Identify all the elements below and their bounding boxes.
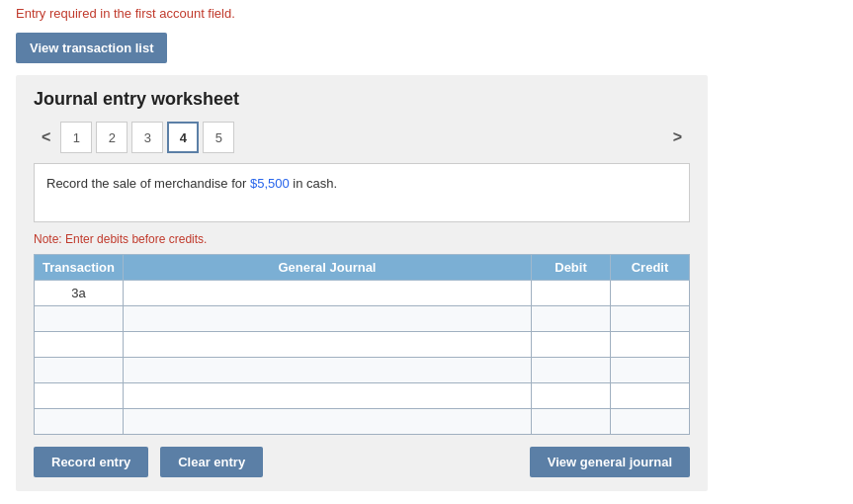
error-message: Entry required in the first account fiel… [0,0,853,25]
cell-journal[interactable] [124,383,532,409]
cell-transaction [35,332,124,358]
tab-nav-right[interactable]: > [665,125,690,150]
view-general-journal-button[interactable]: View general journal [530,447,690,477]
col-header-journal: General Journal [124,255,532,281]
tab-2[interactable]: 2 [96,122,128,153]
table-row [35,358,690,383]
credit-input[interactable] [611,410,689,434]
cell-debit[interactable] [532,383,611,409]
journal-input[interactable] [124,410,531,434]
journal-input[interactable] [124,333,531,357]
cell-journal[interactable] [124,409,532,435]
cell-debit[interactable] [532,409,611,435]
cell-credit[interactable] [611,281,690,306]
tab-4[interactable]: 4 [167,122,199,153]
cell-journal[interactable] [124,358,532,383]
cell-debit[interactable] [532,281,611,306]
cell-credit[interactable] [611,358,690,383]
cell-transaction [35,358,124,383]
tab-nav-left[interactable]: < [34,125,58,150]
col-header-credit: Credit [611,255,690,281]
cell-transaction [35,306,124,332]
view-transaction-button[interactable]: View transaction list [16,33,167,63]
tab-1[interactable]: 1 [60,122,92,153]
tabs-row: < 1 2 3 4 5 > [34,122,690,153]
cell-debit[interactable] [532,306,611,332]
cell-debit[interactable] [532,332,611,358]
worksheet-title: Journal entry worksheet [34,89,690,110]
tab-5[interactable]: 5 [203,122,234,153]
debit-input[interactable] [532,333,610,357]
cell-journal[interactable] [124,306,532,332]
debit-input[interactable] [532,410,610,434]
cell-journal[interactable] [124,281,532,306]
table-row [35,306,690,332]
description-text-part2: in cash. [290,176,337,191]
description-text-part1: Record the sale of merchandise for [46,176,250,191]
table-row [35,383,690,409]
credit-input[interactable] [611,307,689,331]
cell-transaction [35,383,124,409]
description-highlight: $5,500 [250,176,290,191]
cell-debit[interactable] [532,358,611,383]
description-box: Record the sale of merchandise for $5,50… [34,163,690,222]
credit-input[interactable] [611,282,689,305]
cell-credit[interactable] [611,409,690,435]
cell-transaction [35,409,124,435]
journal-table: Transaction General Journal Debit Credit… [34,254,690,435]
table-row [35,409,690,435]
record-entry-button[interactable]: Record entry [34,447,148,477]
table-row: 3a [35,281,690,306]
button-row: Record entry Clear entry View general jo… [34,447,690,491]
col-header-debit: Debit [532,255,611,281]
worksheet-container: Journal entry worksheet < 1 2 3 4 5 > Re… [16,75,708,491]
clear-entry-button[interactable]: Clear entry [160,447,263,477]
credit-input[interactable] [611,359,689,382]
cell-credit[interactable] [611,332,690,358]
table-row [35,332,690,358]
debit-input[interactable] [532,282,610,305]
debit-input[interactable] [532,384,610,408]
cell-credit[interactable] [611,383,690,409]
credit-input[interactable] [611,333,689,357]
credit-input[interactable] [611,384,689,408]
journal-input[interactable] [124,282,531,305]
debit-input[interactable] [532,359,610,382]
tab-3[interactable]: 3 [131,122,163,153]
note-text: Note: Enter debits before credits. [34,232,690,246]
debit-input[interactable] [532,307,610,331]
cell-journal[interactable] [124,332,532,358]
journal-input[interactable] [124,359,531,382]
journal-input[interactable] [124,307,531,331]
journal-input[interactable] [124,384,531,408]
col-header-transaction: Transaction [35,255,124,281]
cell-credit[interactable] [611,306,690,332]
cell-transaction: 3a [35,281,124,306]
